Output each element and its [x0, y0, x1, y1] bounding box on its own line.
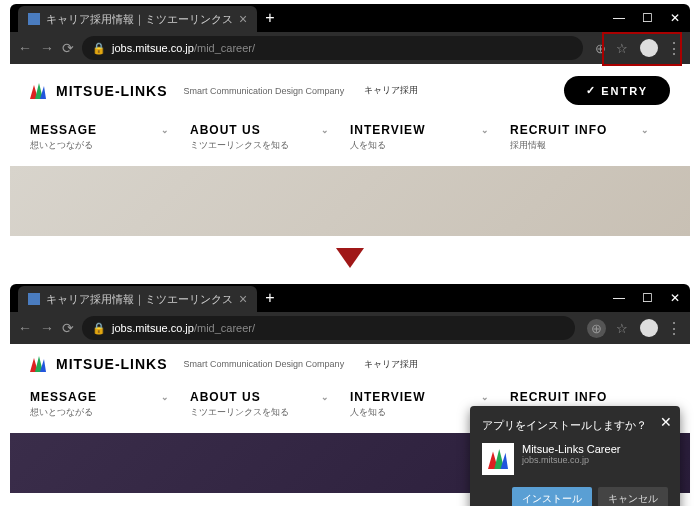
brand-name: MITSUE-LINKS: [56, 356, 168, 372]
nav-recruit[interactable]: RECRUIT INFO⌄採用情報: [510, 119, 670, 156]
url-path: /mid_career/: [194, 322, 255, 334]
popup-title: アプリをインストールしますか？: [482, 418, 668, 433]
browser-window-after: キャリア採用情報｜ミツエーリンクス × + — ☐ ✕ ← → ⟳ 🔒 jobs…: [10, 284, 690, 493]
install-button[interactable]: インストール: [512, 487, 592, 506]
reload-button[interactable]: ⟳: [62, 40, 74, 56]
breadcrumb: キャリア採用: [364, 358, 418, 371]
tab-title: キャリア採用情報｜ミツエーリンクス: [46, 12, 233, 27]
back-button[interactable]: ←: [18, 40, 32, 56]
chevron-down-icon: ⌄: [321, 125, 330, 135]
entry-button[interactable]: ✓ ENTRY: [564, 76, 670, 105]
close-window-icon[interactable]: ✕: [668, 291, 682, 305]
chevron-down-icon: ⌄: [321, 392, 330, 402]
main-nav: MESSAGE⌄想いとつながる ABOUT US⌄ミツエーリンクスを知る INT…: [30, 119, 670, 156]
url-bar[interactable]: 🔒 jobs.mitsue.co.jp/mid_career/: [82, 316, 575, 340]
tagline: Smart Communication Design Company: [184, 359, 345, 369]
chevron-down-icon: ⌄: [481, 125, 490, 135]
close-window-icon[interactable]: ✕: [668, 11, 682, 25]
forward-button[interactable]: →: [40, 320, 54, 336]
url-bar[interactable]: 🔒 jobs.mitsue.co.jp/mid_career/: [82, 36, 583, 60]
url-path: /mid_career/: [194, 42, 255, 54]
cancel-button[interactable]: キャンセル: [598, 487, 668, 506]
toolbar: ← → ⟳ 🔒 jobs.mitsue.co.jp/mid_career/ ⊕ …: [10, 32, 690, 64]
highlight-box: [602, 32, 682, 66]
browser-tab[interactable]: キャリア採用情報｜ミツエーリンクス ×: [18, 286, 257, 312]
install-popup: ✕ アプリをインストールしますか？ Mitsue-Links Career jo…: [470, 406, 680, 506]
nav-message[interactable]: MESSAGE⌄想いとつながる: [30, 386, 190, 423]
tagline: Smart Communication Design Company: [184, 86, 345, 96]
window-controls: — ☐ ✕: [612, 11, 682, 25]
page-content: ✕ アプリをインストールしますか？ Mitsue-Links Career jo…: [10, 344, 690, 493]
brand: MITSUE-LINKS Smart Communication Design …: [30, 83, 418, 99]
back-button[interactable]: ←: [18, 320, 32, 336]
hero-image: [10, 166, 690, 236]
entry-label: ENTRY: [601, 85, 648, 97]
minimize-icon[interactable]: —: [612, 291, 626, 305]
nav-message[interactable]: MESSAGE⌄想いとつながる: [30, 119, 190, 156]
forward-button[interactable]: →: [40, 40, 54, 56]
url-domain: jobs.mitsue.co.jp: [112, 322, 194, 334]
app-domain: jobs.mitsue.co.jp: [522, 455, 620, 465]
nav-about[interactable]: ABOUT US⌄ミツエーリンクスを知る: [190, 119, 350, 156]
tab-title: キャリア採用情報｜ミツエーリンクス: [46, 292, 233, 307]
maximize-icon[interactable]: ☐: [640, 11, 654, 25]
check-icon: ✓: [586, 84, 597, 97]
titlebar: キャリア採用情報｜ミツエーリンクス × + — ☐ ✕: [10, 4, 690, 32]
popup-close-icon[interactable]: ✕: [660, 414, 672, 430]
maximize-icon[interactable]: ☐: [640, 291, 654, 305]
toolbar: ← → ⟳ 🔒 jobs.mitsue.co.jp/mid_career/ ⊕ …: [10, 312, 690, 344]
arrow-down-icon: [0, 236, 700, 284]
app-icon: [482, 443, 514, 475]
brand-name: MITSUE-LINKS: [56, 83, 168, 99]
logo-icon: [30, 356, 46, 372]
close-tab-icon[interactable]: ×: [239, 11, 247, 27]
chevron-down-icon: ⌄: [161, 392, 170, 402]
menu-icon[interactable]: ⋮: [666, 319, 682, 338]
chevron-down-icon: ⌄: [481, 392, 490, 402]
window-controls: — ☐ ✕: [612, 291, 682, 305]
app-name: Mitsue-Links Career: [522, 443, 620, 455]
lock-icon: 🔒: [92, 42, 106, 55]
logo-icon: [30, 83, 46, 99]
breadcrumb: キャリア採用: [364, 84, 418, 97]
reload-button[interactable]: ⟳: [62, 320, 74, 336]
nav-about[interactable]: ABOUT US⌄ミツエーリンクスを知る: [190, 386, 350, 423]
favicon: [28, 293, 40, 305]
browser-window-before: キャリア採用情報｜ミツエーリンクス × + — ☐ ✕ ← → ⟳ 🔒 jobs…: [10, 4, 690, 236]
lock-icon: 🔒: [92, 322, 106, 335]
minimize-icon[interactable]: —: [612, 11, 626, 25]
chevron-down-icon: ⌄: [641, 125, 650, 135]
install-app-icon[interactable]: ⊕: [587, 319, 606, 338]
chevron-down-icon: ⌄: [161, 125, 170, 135]
titlebar: キャリア採用情報｜ミツエーリンクス × + — ☐ ✕: [10, 284, 690, 312]
nav-interview[interactable]: INTERVIEW⌄人を知る: [350, 119, 510, 156]
new-tab-button[interactable]: +: [265, 9, 274, 27]
favicon: [28, 13, 40, 25]
profile-avatar[interactable]: [640, 319, 658, 337]
close-tab-icon[interactable]: ×: [239, 291, 247, 307]
new-tab-button[interactable]: +: [265, 289, 274, 307]
brand: MITSUE-LINKS Smart Communication Design …: [30, 356, 418, 372]
url-domain: jobs.mitsue.co.jp: [112, 42, 194, 54]
page-content: MITSUE-LINKS Smart Communication Design …: [10, 64, 690, 236]
bookmark-icon[interactable]: ☆: [616, 321, 628, 336]
browser-tab[interactable]: キャリア採用情報｜ミツエーリンクス ×: [18, 6, 257, 32]
